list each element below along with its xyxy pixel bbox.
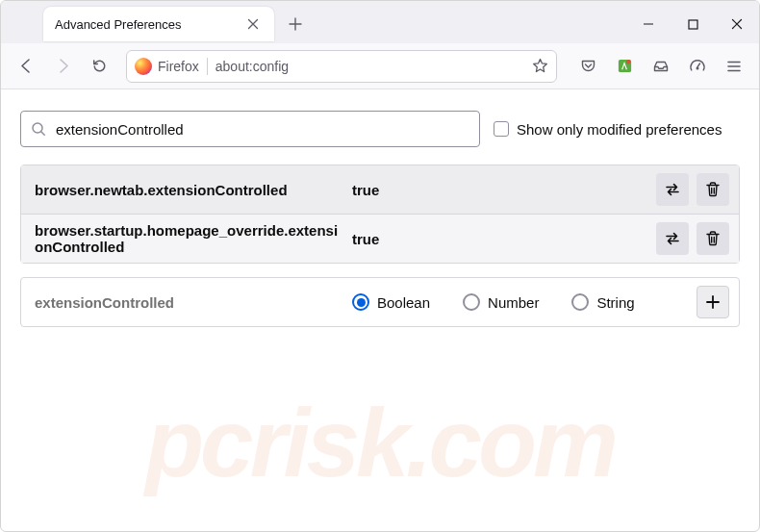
close-icon: [247, 18, 259, 30]
swap-icon: [664, 230, 681, 247]
type-boolean-radio[interactable]: Boolean: [352, 293, 430, 311]
search-row: Show only modified preferences: [20, 111, 740, 147]
content-area: Show only modified preferences browser.n…: [1, 89, 759, 348]
app-menu-button[interactable]: [717, 49, 751, 84]
inbox-icon: [652, 58, 670, 75]
radio-icon: [352, 293, 369, 311]
maximize-icon: [688, 19, 698, 30]
watermark: pcrisk.com: [1, 388, 759, 498]
pref-name: browser.newtab.extensionControlled: [35, 182, 352, 198]
nav-forward-button[interactable]: [45, 49, 80, 84]
url-bar[interactable]: Firefox about:config: [126, 50, 557, 83]
tab-close-button[interactable]: [243, 14, 263, 34]
pocket-icon: [580, 58, 596, 74]
identity-box[interactable]: Firefox: [135, 58, 208, 75]
type-radio-group: Boolean Number String: [352, 293, 697, 311]
pref-actions: [656, 222, 729, 255]
arrow-right-icon: [55, 58, 71, 74]
meter-icon: [689, 58, 706, 75]
identity-label: Firefox: [158, 59, 199, 74]
minimize-icon: [643, 18, 654, 30]
radio-label: Number: [488, 294, 539, 311]
delete-button[interactable]: [697, 222, 729, 255]
window-maximize-button[interactable]: [671, 3, 715, 45]
swap-icon: [664, 181, 681, 198]
type-number-radio[interactable]: Number: [463, 293, 539, 311]
trash-icon: [705, 181, 721, 198]
extension-button[interactable]: [607, 49, 642, 84]
pocket-button[interactable]: [570, 49, 605, 84]
radio-label: String: [596, 294, 634, 311]
hamburger-icon: [726, 59, 742, 74]
nav-reload-button[interactable]: [82, 49, 116, 84]
toggle-button[interactable]: [656, 173, 689, 206]
add-button[interactable]: [697, 286, 729, 318]
bookmark-star-button[interactable]: [532, 58, 548, 74]
tab-title: Advanced Preferences: [55, 17, 234, 32]
svg-rect-0: [689, 20, 697, 29]
pref-name: browser.startup.homepage_override.extens…: [35, 222, 352, 255]
pref-row: browser.startup.homepage_override.extens…: [21, 214, 739, 263]
delete-button[interactable]: [697, 173, 729, 206]
radio-icon: [463, 293, 480, 311]
plus-icon: [289, 17, 302, 31]
new-tab-button[interactable]: [280, 9, 311, 39]
search-input[interactable]: [56, 121, 469, 138]
url-text: about:config: [215, 59, 524, 74]
reload-icon: [91, 58, 108, 74]
checkbox-label-text: Show only modified preferences: [517, 121, 722, 138]
prefs-table: browser.newtab.extensionControlled true …: [20, 165, 740, 264]
close-icon: [731, 18, 743, 30]
browser-titlebar: Advanced Preferences: [1, 1, 759, 43]
pref-value: true: [352, 231, 656, 247]
add-pref-name: extensionControlled: [35, 294, 352, 311]
svg-point-2: [626, 60, 631, 64]
window-controls: [626, 3, 759, 45]
extension-icon: [617, 58, 633, 74]
checkbox-icon: [494, 121, 509, 137]
radio-label: Boolean: [377, 294, 430, 311]
star-icon: [532, 58, 548, 74]
firefox-logo-icon: [135, 58, 152, 75]
add-pref-row: extensionControlled Boolean Number Strin…: [20, 277, 740, 327]
type-string-radio[interactable]: String: [571, 293, 634, 311]
trash-icon: [705, 230, 721, 247]
toggle-button[interactable]: [656, 222, 689, 255]
window-minimize-button[interactable]: [626, 3, 671, 45]
toolbar-right-icons: [567, 49, 751, 84]
pref-value: true: [352, 182, 656, 198]
search-icon: [31, 121, 46, 137]
window-close-button[interactable]: [715, 3, 759, 45]
radio-icon: [571, 293, 589, 311]
browser-tab[interactable]: Advanced Preferences: [43, 7, 274, 41]
show-modified-toggle[interactable]: Show only modified preferences: [494, 121, 722, 138]
search-box[interactable]: [20, 111, 480, 147]
inbox-button[interactable]: [644, 49, 678, 84]
pref-row: browser.newtab.extensionControlled true: [21, 165, 739, 214]
plus-icon: [705, 294, 721, 310]
browser-toolbar: Firefox about:config: [1, 43, 759, 89]
arrow-left-icon: [18, 58, 35, 74]
pref-actions: [656, 173, 729, 206]
nav-back-button[interactable]: [9, 49, 43, 84]
vpn-button[interactable]: [680, 49, 715, 84]
